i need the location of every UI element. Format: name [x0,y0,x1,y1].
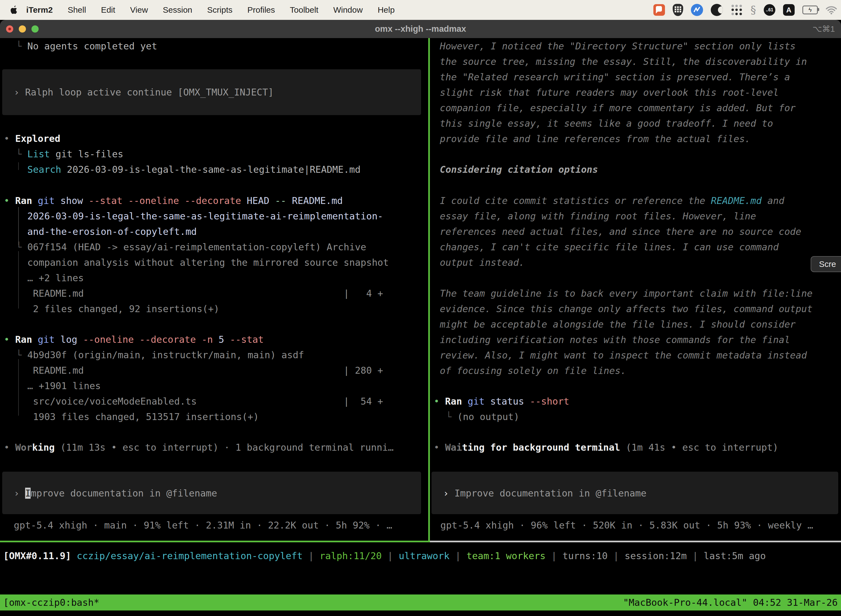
text-segment: README.md | 4 + [27,288,383,299]
menu-bar-items: iTerm2ShellEditViewSessionScriptsProfile… [18,5,402,15]
text-segment: and [762,195,784,206]
text-segment: › [14,87,25,98]
window-title: omx --xhigh --madmax [0,20,841,38]
text-segment: • [4,334,15,345]
text-segment: └ [446,411,457,422]
text-segment: session:12m [625,550,687,561]
terminal-line: gpt-5.4 xhigh · main · 91% left · 2.31M … [0,518,428,533]
text-segment: git [468,396,490,407]
apple-menu-icon[interactable] [10,6,18,14]
tree-guide-line [18,162,19,170]
text-segment: | [450,550,466,561]
terminal-pane-left[interactable]: └ No agents completed yet› Ralph loop ac… [0,38,428,541]
text-segment: companion file, especially if more comme… [440,103,796,113]
tmux-session-label: [omx-cczip0:bash* [3,597,99,608]
terminal-line: … +1901 lines [0,378,428,393]
terminal-line: However, I noticed the "Directory Struct… [430,38,841,54]
text-segment: 2 files changed, 92 insertions(+) [27,303,219,314]
terminal-line: the source tree, missing the essay. Stil… [430,54,841,69]
text-segment: slight risk that future readers may over… [440,87,779,98]
text-segment: Considering citation options [440,164,598,175]
left-pane-bottom-border [0,541,430,542]
text-segment: └ [16,349,27,361]
text-segment: gpt-5.4 xhigh · main · 91% left · 2.31M … [14,520,392,531]
menu-item-session[interactable]: Session [155,5,200,15]
menu-item-iterm2[interactable]: iTerm2 [18,5,60,15]
text-segment: ralph:11/20 [319,550,382,561]
prompt-input-text[interactable]: › Improve documentation in @filename [432,472,838,501]
wifi-icon[interactable] [826,6,837,14]
terminal-pane-right[interactable]: However, I noticed the "Directory Struct… [430,38,841,541]
prompt-input-box[interactable]: › Improve documentation in @filename [432,472,838,514]
text-segment: 4b9d30f (origin/main, instructkr/main, m… [27,349,304,361]
timer-badge-icon[interactable]: ..61 [764,4,775,16]
shield-grid-icon[interactable] [673,4,683,16]
terminal-line: review. Also, I might want to inspect th… [430,348,841,363]
terminal-line: might be acceptable alongside the file l… [430,317,841,332]
battery-bolt-icon: ϟ [809,7,812,13]
terminal-line: └ No agents completed yet [0,38,428,54]
text-segment: Search [27,164,67,175]
text-segment: 2026-03-09-is-legal-the-same-as-legitima… [67,164,360,175]
prompt-input-text[interactable]: › Ralph loop active continue [OMX_TMUX_I… [2,69,421,100]
text-segment: -n [202,334,218,345]
menu-item-shell[interactable]: Shell [60,5,94,15]
menu-bar-status-area: § ..61 A ϟ [646,4,837,16]
text-segment: • [4,442,15,453]
text-segment: show [60,195,89,206]
text-segment: --stat [230,334,264,345]
text-segment: README.md [711,195,762,206]
text-segment: 1903 files changed, 513517 insertions(+) [27,411,259,422]
menu-item-help[interactable]: Help [370,5,402,15]
menu-item-window[interactable]: Window [326,5,370,15]
a-app-icon[interactable]: A [783,4,795,16]
text-segment: Ran [445,396,468,407]
terminal-line: and-the-erosion-of-copyleft.md [0,224,428,239]
menu-item-view[interactable]: View [123,5,155,15]
prompt-input-box[interactable]: › Improve documentation in @filename [2,472,421,514]
text-segment: --stat --oneline --decorate [89,195,247,206]
terminal-line: README.md | 4 + [0,286,428,301]
text-segment: • [434,442,445,453]
text-segment: └ [16,242,27,252]
prompt-input-box[interactable]: › Ralph loop active continue [OMX_TMUX_I… [2,69,421,115]
menu-item-toolbelt[interactable]: Toolbelt [283,5,326,15]
text-segment: … +2 lines [27,273,84,283]
text-segment: The team guideline is to back every impo… [440,288,813,299]
prompt-input-text[interactable]: › Improve documentation in @filename [2,472,421,501]
text-segment: status [490,396,530,407]
text-segment: of focusing solely on file lines. [440,365,626,376]
chat-app-icon[interactable] [653,4,665,16]
terminal-line: Considering citation options [430,162,841,177]
text-segment: the source tree, missing the essay. Stil… [440,56,807,67]
screen-tooltip: Scre [811,256,841,272]
text-segment: └ [16,148,27,160]
text-segment: git ls-files [56,148,123,160]
text-segment: and-the-erosion-of-copyleft.md [27,226,197,237]
text-segment: log [60,334,83,345]
dots-grid-icon[interactable] [731,4,743,16]
terminal-line: companion file, especially if more comme… [430,100,841,116]
dark-crescent-icon[interactable] [711,4,723,16]
terminal-line: • Ran git log --oneline --decorate -n 5 … [0,332,428,347]
tree-guide-line [18,207,19,245]
terminal-line: evidence. Since this change only affects… [430,301,841,317]
title-bar[interactable]: omx --xhigh --madmax ⌥⌘1 [0,20,841,38]
terminal-line: └ List git ls-files [0,146,428,162]
blue-zigzag-icon[interactable] [691,4,703,16]
text-segment: team:1 workers [467,550,546,561]
omx-status-line: [OMX#0.11.9] cczip/essay/ai-reimplementa… [0,548,841,563]
menu-item-profiles[interactable]: Profiles [240,5,282,15]
squiggle-icon[interactable]: § [750,4,756,16]
text-segment: | [687,550,703,561]
text-segment: README.md [292,195,343,206]
battery-icon[interactable]: ϟ [802,6,818,14]
macos-menu-bar: iTerm2ShellEditViewSessionScriptsProfile… [0,0,841,20]
menu-item-scripts[interactable]: Scripts [200,5,240,15]
terminal-line: • Ran git show --stat --oneline --decora… [0,193,428,208]
text-segment: including verification notes with those … [440,334,790,345]
terminal-line: of focusing solely on file lines. [430,363,841,378]
text-segment: this single essay, it seems like a good … [440,118,773,129]
text-segment: ting for background terminal [462,442,620,453]
menu-item-edit[interactable]: Edit [94,5,123,15]
